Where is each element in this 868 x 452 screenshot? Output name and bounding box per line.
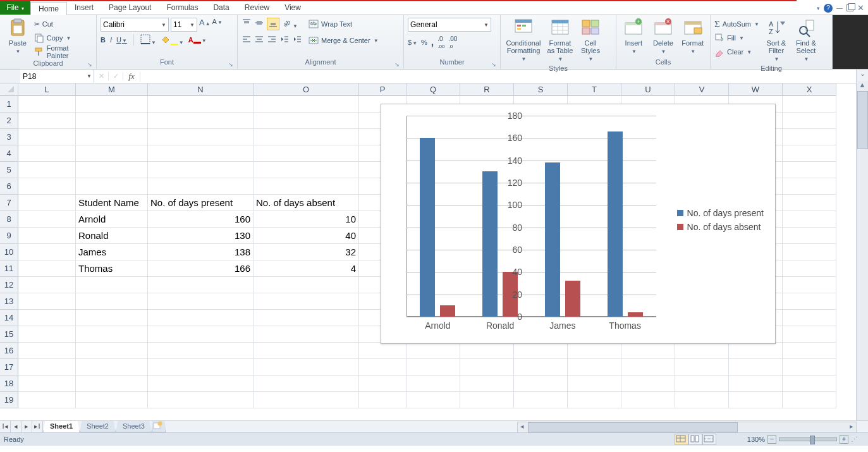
col-header-Q[interactable]: Q	[406, 83, 460, 96]
view-page-break-icon[interactable]	[702, 434, 716, 445]
cell-X12[interactable]	[783, 277, 836, 293]
cell-N14[interactable]	[148, 310, 254, 326]
cell-X19[interactable]	[783, 392, 836, 408]
cell-N11[interactable]: 166	[148, 260, 254, 277]
cut-button[interactable]: ✂ Cut	[34, 18, 92, 30]
fill-button[interactable]: Fill▼	[714, 32, 759, 44]
cell-N9[interactable]: 130	[148, 228, 254, 244]
ribbon-tab-page-layout[interactable]: Page Layout	[101, 1, 159, 15]
cell-P19[interactable]	[359, 392, 406, 408]
cell-M4[interactable]	[76, 145, 148, 162]
cell-X11[interactable]	[783, 260, 836, 277]
cell-V18[interactable]	[675, 376, 729, 392]
cell-O16[interactable]	[254, 343, 359, 359]
bold-button[interactable]: B	[101, 36, 106, 44]
delete-cells-button[interactable]: ×Delete▼	[650, 18, 677, 56]
cell-U16[interactable]	[621, 343, 675, 359]
cell-M2[interactable]	[76, 113, 148, 129]
cell-S19[interactable]	[514, 392, 568, 408]
copy-button[interactable]: Copy▼	[34, 32, 92, 44]
comma-format-button[interactable]: ,	[431, 37, 434, 48]
cell-U19[interactable]	[621, 392, 675, 408]
merge-center-button[interactable]: Merge & Center▼	[309, 34, 379, 47]
format-cells-button[interactable]: Format▼	[679, 18, 706, 56]
cell-O8[interactable]: 10	[254, 211, 359, 228]
cell-N13[interactable]	[148, 293, 254, 310]
cell-S16[interactable]	[514, 343, 568, 359]
cell-N15[interactable]	[148, 326, 254, 343]
cell-L13[interactable]	[18, 293, 76, 310]
zoom-in-icon[interactable]: +	[840, 435, 848, 444]
italic-button[interactable]: I	[110, 36, 112, 44]
row-header-15[interactable]: 15	[0, 326, 18, 343]
conditional-formatting-button[interactable]: Conditional Formatting▼	[504, 18, 542, 63]
alignment-launcher-icon[interactable]	[394, 60, 402, 68]
cell-L10[interactable]	[18, 244, 76, 260]
cell-W17[interactable]	[729, 359, 783, 376]
cell-X14[interactable]	[783, 310, 836, 326]
cell-X2[interactable]	[783, 113, 836, 129]
cell-L19[interactable]	[18, 392, 76, 408]
align-bottom-icon[interactable]	[267, 18, 279, 30]
row-header-5[interactable]: 5	[0, 162, 18, 178]
view-page-layout-icon[interactable]	[688, 434, 702, 445]
row-header-17[interactable]: 17	[0, 359, 18, 376]
cell-N10[interactable]: 138	[148, 244, 254, 260]
fill-color-button[interactable]: ▼	[161, 34, 184, 46]
format-as-table-button[interactable]: Format as Table▼	[545, 18, 575, 63]
next-sheet-icon[interactable]: ▸	[21, 421, 32, 432]
cell-N1[interactable]	[148, 96, 254, 113]
cell-R18[interactable]	[460, 376, 514, 392]
find-select-button[interactable]: Find & Select▼	[793, 18, 819, 63]
ribbon-tab-home[interactable]: Home	[30, 2, 67, 15]
align-middle-icon[interactable]	[254, 18, 264, 30]
align-center-icon[interactable]	[254, 34, 264, 46]
cell-N19[interactable]	[148, 392, 254, 408]
col-header-V[interactable]: V	[675, 83, 729, 96]
col-header-U[interactable]: U	[621, 83, 675, 96]
minimize-ribbon-icon[interactable]: —	[836, 4, 843, 11]
cell-N12[interactable]	[148, 277, 254, 293]
row-header-6[interactable]: 6	[0, 178, 18, 195]
row-header-4[interactable]: 4	[0, 145, 18, 162]
decrease-indent-icon[interactable]	[279, 34, 290, 46]
cell-T18[interactable]	[568, 376, 621, 392]
wrap-text-button[interactable]: ab Wrap Text	[309, 18, 379, 30]
zoom-slider[interactable]	[779, 437, 837, 441]
cell-R19[interactable]	[460, 392, 514, 408]
align-top-icon[interactable]	[241, 18, 252, 30]
cell-P17[interactable]	[359, 359, 406, 376]
underline-button[interactable]: U▼	[116, 36, 127, 44]
cell-P18[interactable]	[359, 376, 406, 392]
cell-N5[interactable]	[148, 162, 254, 178]
cell-N3[interactable]	[148, 129, 254, 145]
cell-W19[interactable]	[729, 392, 783, 408]
cell-O19[interactable]	[254, 392, 359, 408]
view-normal-icon[interactable]	[675, 434, 688, 445]
col-header-P[interactable]: P	[359, 83, 406, 96]
cell-O7[interactable]: No. of days absent	[254, 195, 359, 211]
cell-Q16[interactable]	[406, 343, 460, 359]
cell-U17[interactable]	[621, 359, 675, 376]
v-scroll-thumb[interactable]	[857, 91, 868, 149]
cell-N4[interactable]	[148, 145, 254, 162]
row-header-2[interactable]: 2	[0, 113, 18, 129]
worksheet-grid[interactable]: LMNOPQRSTUVWX 1234567Student NameNo. of …	[0, 83, 868, 420]
cell-X15[interactable]	[783, 326, 836, 343]
col-header-L[interactable]: L	[18, 83, 76, 96]
cell-M18[interactable]	[76, 376, 148, 392]
cell-O4[interactable]	[254, 145, 359, 162]
col-header-O[interactable]: O	[254, 83, 359, 96]
cell-O9[interactable]: 40	[254, 228, 359, 244]
paste-button[interactable]: Paste ▼	[4, 18, 32, 56]
cell-W18[interactable]	[729, 376, 783, 392]
col-header-R[interactable]: R	[460, 83, 514, 96]
select-all-corner[interactable]	[0, 83, 18, 96]
cell-X16[interactable]	[783, 343, 836, 359]
last-sheet-icon[interactable]: ▸I	[32, 421, 43, 432]
ribbon-tab-data[interactable]: Data	[205, 1, 236, 15]
cell-N8[interactable]: 160	[148, 211, 254, 228]
clear-button[interactable]: Clear▼	[714, 46, 759, 58]
cell-U18[interactable]	[621, 376, 675, 392]
row-header-18[interactable]: 18	[0, 376, 18, 392]
